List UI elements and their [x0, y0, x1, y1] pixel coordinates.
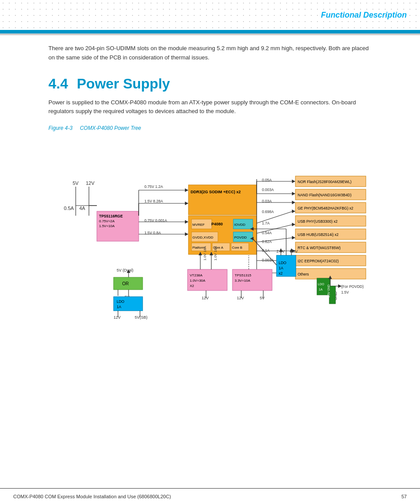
figure-label: Figure 4-3: [48, 125, 73, 131]
svg-text:RTC & WDT(M41ST85W): RTC & WDT(M41ST85W): [298, 246, 341, 250]
power-tree-diagram: 5V 12V 0.5A 4A TPS5116RGE 0.75V=2A 1.5V=…: [48, 137, 372, 324]
svg-text:5V: 5V: [260, 296, 265, 300]
svg-text:P4080: P4080: [211, 222, 223, 226]
svg-text:0.62A: 0.62A: [262, 239, 272, 244]
svg-text:x2: x2: [279, 271, 283, 276]
svg-text:X2: X2: [190, 284, 194, 288]
svg-text:5V(SB): 5V(SB): [135, 315, 147, 320]
intro-paragraph: There are two 204-pin SO-UDIMM slots on …: [48, 44, 372, 63]
svg-text:1.7A: 1.7A: [262, 221, 270, 225]
svg-text:1.0V 18A: 1.0V 18A: [203, 246, 207, 261]
svg-text:Others: Others: [298, 272, 309, 276]
svg-text:TPS5116RGE: TPS5116RGE: [99, 214, 123, 218]
svg-text:12V: 12V: [202, 296, 209, 300]
svg-text:I2C EEPROM(AT24C02): I2C EEPROM(AT24C02): [298, 259, 339, 263]
header-title: Functional Description: [321, 11, 407, 20]
svg-text:1A: 1A: [279, 266, 284, 270]
svg-text:USB PHY(USB3300) x2: USB PHY(USB3300) x2: [298, 219, 338, 224]
svg-text:1A: 1A: [117, 305, 122, 309]
footer-left: COMX-P4080 COM Express Module Installati…: [13, 494, 171, 499]
svg-text:0.75V=2A: 0.75V=2A: [99, 219, 115, 223]
svg-text:GE PHY(BCM5482HA2KFBG) x2: GE PHY(BCM5482HA2KFBG) x2: [298, 206, 354, 210]
svg-text:IOVDD: IOVDD: [234, 223, 246, 227]
svg-text:LDO: LDO: [117, 299, 125, 304]
svg-text:NOR Flash(JS28F00AM29EWL): NOR Flash(JS28F00AM29EWL): [298, 180, 352, 184]
svg-text:Core B: Core B: [232, 246, 242, 250]
svg-text:0.003A: 0.003A: [262, 188, 274, 192]
svg-text:USB HUB(USB2514i) x2: USB HUB(USB2514i) x2: [298, 232, 339, 237]
svg-text:LDO: LDO: [318, 283, 324, 286]
svg-text:DDR3(2G SODIM +ECC) x2: DDR3(2G SODIM +ECC) x2: [191, 190, 241, 194]
figure-title: COMX-P4080 Power Tree: [80, 125, 141, 131]
svg-text:LDO: LDO: [279, 261, 287, 265]
svg-text:12V: 12V: [86, 180, 95, 186]
section-body: Power is supplied to the COMX-P4080 modu…: [48, 98, 372, 117]
svg-text:1.5V: 1.5V: [341, 290, 349, 294]
diagram-svg: 5V 12V 0.5A 4A TPS5116RGE 0.75V=2A 1.5V=…: [48, 137, 370, 322]
svg-text:1A: 1A: [319, 288, 323, 291]
svg-text:5V (Dual): 5V (Dual): [117, 268, 133, 272]
svg-text:1.0V=30A: 1.0V=30A: [190, 279, 206, 283]
svg-text:TPS51315: TPS51315: [235, 273, 251, 277]
blue-bar: [0, 30, 420, 33]
svg-text:0.5A: 0.5A: [64, 206, 74, 211]
footer-right: 57: [402, 494, 407, 499]
section-title: Power Supply: [77, 76, 170, 92]
svg-text:POVDD: POVDD: [234, 235, 247, 239]
svg-text:0.75V 1.2A: 0.75V 1.2A: [144, 184, 163, 189]
svg-text:12V: 12V: [237, 296, 244, 300]
svg-rect-149: [329, 286, 335, 304]
figure-caption: Figure 4-3 COMX-P4080 Power Tree: [48, 125, 372, 131]
svg-text:1.5V=10A: 1.5V=10A: [99, 224, 115, 228]
svg-text:5V: 5V: [73, 180, 79, 186]
svg-text:3.3V=10A: 3.3V=10A: [235, 279, 251, 283]
footer: COMX-P4080 COM Express Module Installati…: [0, 488, 420, 504]
svg-text:0.54A: 0.54A: [262, 231, 272, 235]
svg-text:GVDD,XVDD: GVDD,XVDD: [192, 235, 214, 239]
section-heading: 4.4 Power Supply: [48, 76, 372, 92]
svg-text:(For POVDD): (For POVDD): [341, 284, 364, 289]
svg-text:12V: 12V: [114, 315, 121, 320]
svg-text:1.0V 18A: 1.0V 18A: [214, 246, 217, 261]
svg-text:OR: OR: [122, 281, 129, 286]
svg-text:1.5V  8.28A: 1.5V 8.28A: [144, 199, 163, 203]
svg-text:MVREF: MVREF: [192, 223, 205, 227]
svg-text:0.698A: 0.698A: [262, 210, 274, 214]
svg-text:VT238A: VT238A: [190, 273, 203, 277]
svg-text:4A: 4A: [79, 206, 85, 211]
svg-text:1.5V GND: 1.5V GND: [327, 284, 330, 298]
header: Functional Description: [0, 0, 420, 30]
svg-text:NAND Flash(NAND16GW3B4D): NAND Flash(NAND16GW3B4D): [298, 193, 351, 197]
main-content: There are two 204-pin SO-UDIMM slots on …: [0, 35, 420, 346]
section-number: 4.4: [48, 76, 68, 92]
